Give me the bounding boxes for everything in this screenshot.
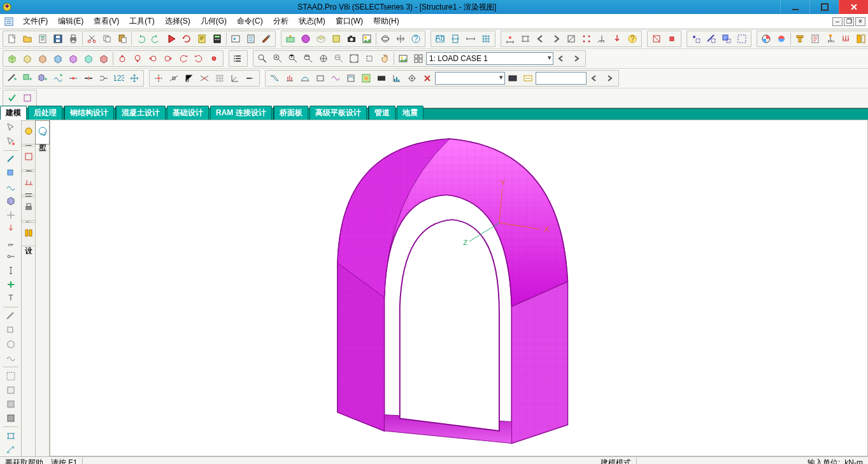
spin-ccw-button[interactable] [176, 52, 190, 66]
filter-prev-button[interactable] [587, 71, 601, 85]
displacement-button[interactable] [267, 71, 281, 85]
sel-tool-d[interactable] [4, 412, 18, 425]
editor-button[interactable] [195, 32, 209, 46]
view-front-button[interactable] [564, 32, 578, 46]
zoom-dynamic-button[interactable] [317, 52, 331, 66]
mode-design[interactable]: 设计 [21, 222, 36, 246]
zoom-out-button[interactable]: − [301, 52, 315, 66]
pan-button[interactable] [394, 32, 408, 46]
solid-tool-2[interactable] [4, 338, 18, 351]
snap-node-button[interactable] [152, 71, 166, 85]
pan-view-button[interactable] [378, 52, 392, 66]
add-solid-button[interactable] [36, 71, 50, 85]
help-icon-button[interactable]: ? [409, 32, 423, 46]
beam-cursor-tool[interactable] [4, 153, 18, 166]
mode-geometry[interactable]: 几何建模 [21, 146, 36, 170]
snapshot-button[interactable] [345, 32, 359, 46]
plate-tool-2[interactable] [4, 324, 18, 337]
undo-button[interactable] [134, 32, 148, 46]
node-cursor-tool[interactable] [4, 135, 18, 148]
run-analysis-button[interactable] [164, 32, 178, 46]
plate-cursor-tool[interactable] [4, 167, 18, 179]
snap-grid-button[interactable] [213, 71, 227, 85]
solid-cursor-tool[interactable] [4, 195, 18, 207]
spin-cw-button[interactable] [192, 52, 206, 66]
zoom-selected-button[interactable] [362, 52, 376, 66]
rotate-up-button[interactable] [115, 52, 129, 66]
page-tab-advslab[interactable]: 高级平板设计 [309, 106, 367, 120]
sel-tool-a[interactable] [4, 370, 18, 383]
help-button[interactable]: ? [625, 32, 639, 46]
cursor-tool[interactable] [4, 121, 18, 134]
snap-int-button[interactable] [197, 71, 211, 85]
snap-ext-button[interactable] [243, 71, 257, 85]
orbit-button[interactable] [378, 32, 392, 46]
translate-button[interactable] [127, 71, 141, 85]
sel-tool-c[interactable] [4, 398, 18, 411]
select-nodes-button[interactable] [689, 32, 703, 46]
maximize-button[interactable] [809, 0, 839, 14]
view-supports-button[interactable] [595, 32, 609, 46]
beam-forces-button[interactable] [298, 71, 312, 85]
filter-input[interactable] [536, 72, 587, 85]
prev-view-button[interactable] [534, 32, 548, 46]
grid-button[interactable] [479, 32, 493, 46]
plate-stress-button[interactable] [359, 71, 373, 85]
page-tab-seismic[interactable]: 地震 [397, 106, 423, 120]
snap-perp-button[interactable] [182, 71, 196, 85]
copy-button[interactable] [100, 32, 114, 46]
page-tab-piping[interactable]: 管道 [368, 106, 395, 120]
support-cursor-tool[interactable] [4, 236, 18, 249]
color-property-button[interactable] [759, 32, 773, 46]
menu-view[interactable]: 查看(V) [89, 14, 124, 29]
menu-select[interactable]: 选择(S) [160, 14, 196, 29]
page-tab-post[interactable]: 后处理 [28, 106, 62, 120]
renumber-button[interactable]: 123 [112, 71, 126, 85]
load-prev-button[interactable] [554, 52, 568, 66]
snap-axis-button[interactable] [228, 71, 242, 85]
mdi-minimize-button[interactable]: – [832, 17, 843, 26]
refresh-button[interactable] [180, 32, 194, 46]
add-surface-button[interactable] [51, 71, 65, 85]
page-tab-ram[interactable]: RAM 连接设计 [210, 106, 272, 120]
menu-window[interactable]: 窗口(W) [331, 14, 368, 29]
surface-tool-2[interactable] [4, 352, 18, 365]
iso6-button[interactable] [82, 52, 96, 66]
zoom-prev-button[interactable] [332, 52, 346, 66]
menu-analyze[interactable]: 分析 [268, 14, 294, 29]
iso2-button[interactable] [20, 52, 34, 66]
load-next-button[interactable] [569, 52, 583, 66]
menu-file[interactable]: 文件(F) [18, 14, 53, 29]
page-tab-steel[interactable]: 钢结构设计 [64, 106, 114, 120]
calculator-button[interactable] [210, 32, 224, 46]
page-tab-concrete[interactable]: 混凝土设计 [115, 106, 166, 120]
menu-mode[interactable]: 状态(M) [294, 14, 331, 29]
rotate-right-button[interactable] [161, 52, 175, 66]
options-button[interactable] [259, 32, 273, 46]
meas-tool-b[interactable] [4, 444, 18, 456]
snap-mid-button[interactable] [167, 71, 181, 85]
node-select-button[interactable] [207, 52, 221, 66]
section-view-button[interactable] [314, 32, 328, 46]
dimension-button[interactable] [464, 32, 478, 46]
filter-next-button[interactable] [602, 71, 616, 85]
menu-help[interactable]: 帮助(H) [368, 14, 404, 29]
geometry-cursor-tool[interactable] [4, 209, 18, 221]
full-section-button[interactable] [329, 32, 343, 46]
rotate-down-button[interactable] [131, 52, 145, 66]
viewport-3d[interactable]: X Y Z [50, 120, 868, 456]
new-button[interactable] [5, 32, 19, 46]
merge-button[interactable] [97, 71, 111, 85]
script-button[interactable] [244, 32, 258, 46]
page-tab-bridge[interactable]: 桥面板 [273, 106, 308, 120]
select-plates-button[interactable] [720, 32, 734, 46]
results-combo[interactable] [435, 72, 505, 85]
menu-geometry[interactable]: 几何(G) [196, 14, 232, 29]
report-button[interactable] [36, 32, 50, 46]
animation-button[interactable] [374, 71, 388, 85]
print-button[interactable] [66, 32, 80, 46]
page-tab-modeling[interactable]: 建模 [0, 106, 27, 120]
mdi-restore-button[interactable]: ❐ [844, 17, 854, 26]
sel-tool-b[interactable] [4, 384, 18, 397]
beam-tool-2[interactable] [4, 310, 18, 323]
